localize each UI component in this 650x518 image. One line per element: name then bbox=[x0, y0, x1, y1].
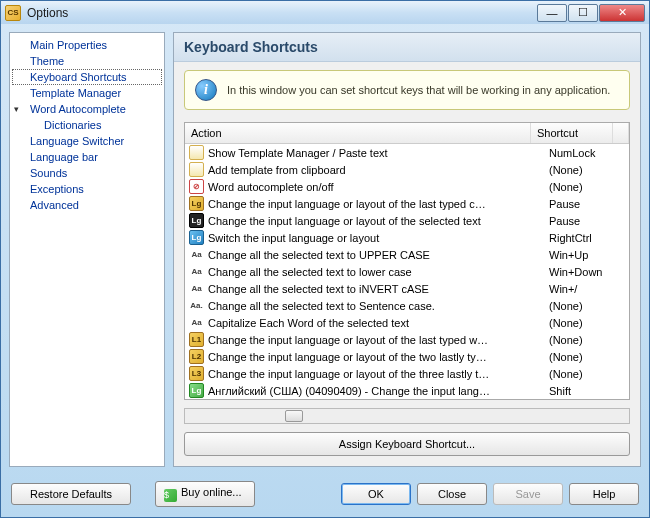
sidebar-item-label: Advanced bbox=[30, 199, 79, 211]
sidebar-item-language-switcher[interactable]: Language Switcher bbox=[12, 133, 162, 149]
ok-button[interactable]: OK bbox=[341, 483, 411, 505]
help-button[interactable]: Help bbox=[569, 483, 639, 505]
row-icon: Aa bbox=[189, 264, 204, 279]
buy-icon: $ bbox=[164, 489, 177, 502]
action-text: Show Template Manager / Paste text bbox=[208, 147, 549, 159]
close-button[interactable]: Close bbox=[417, 483, 487, 505]
info-message: In this window you can set shortcut keys… bbox=[227, 84, 610, 96]
sidebar-item-label: Exceptions bbox=[30, 183, 84, 195]
table-row[interactable]: LgАнглийский (США) (04090409) - Change t… bbox=[185, 382, 629, 399]
table-row[interactable]: L3Change the input language or layout of… bbox=[185, 365, 629, 382]
options-window: CS Options — ☐ ✕ Main PropertiesThemeKey… bbox=[0, 0, 650, 518]
table-row[interactable]: Show Template Manager / Paste textNumLoc… bbox=[185, 144, 629, 161]
table-row[interactable]: L2Change the input language or layout of… bbox=[185, 348, 629, 365]
table-header: Action Shortcut bbox=[185, 123, 629, 144]
sidebar-item-label: Main Properties bbox=[30, 39, 107, 51]
footer: Restore Defaults $Buy online... OK Close… bbox=[1, 475, 649, 517]
row-icon: Lg bbox=[189, 196, 204, 211]
close-window-button[interactable]: ✕ bbox=[599, 4, 645, 22]
shortcut-text: NumLock bbox=[549, 147, 625, 159]
table-row[interactable]: AaCapitalize Each Word of the selected t… bbox=[185, 314, 629, 331]
minimize-button[interactable]: — bbox=[537, 4, 567, 22]
row-icon: Aa bbox=[189, 281, 204, 296]
shortcut-text: RightCtrl bbox=[549, 232, 625, 244]
action-text: Английский (США) (04090409) - Change the… bbox=[208, 385, 549, 397]
shortcut-text: Pause bbox=[549, 198, 625, 210]
sidebar-item-label: Language bar bbox=[30, 151, 98, 163]
sidebar-item-language-bar[interactable]: Language bar bbox=[12, 149, 162, 165]
action-text: Change the input language or layout of t… bbox=[208, 215, 549, 227]
shortcut-text: Win+Up bbox=[549, 249, 625, 261]
table-row[interactable]: LgSwitch the input language or layoutRig… bbox=[185, 229, 629, 246]
action-text: Change all the selected text to lower ca… bbox=[208, 266, 549, 278]
row-icon: L1 bbox=[189, 332, 204, 347]
row-icon: ⊘ bbox=[189, 179, 204, 194]
row-icon: L2 bbox=[189, 349, 204, 364]
window-title: Options bbox=[27, 6, 68, 20]
maximize-button[interactable]: ☐ bbox=[568, 4, 598, 22]
action-text: Change all the selected text to UPPER CA… bbox=[208, 249, 549, 261]
buy-online-button[interactable]: $Buy online... bbox=[155, 481, 255, 507]
table-row[interactable]: LgChange the input language or layout of… bbox=[185, 195, 629, 212]
table-body[interactable]: Show Template Manager / Paste textNumLoc… bbox=[185, 144, 629, 399]
expander-icon[interactable]: ▾ bbox=[14, 104, 24, 114]
shortcut-text: (None) bbox=[549, 164, 625, 176]
shortcut-text: Win+/ bbox=[549, 283, 625, 295]
action-text: Change the input language or layout of t… bbox=[208, 368, 549, 380]
column-action[interactable]: Action bbox=[185, 123, 531, 143]
action-text: Add template from clipboard bbox=[208, 164, 549, 176]
shortcut-text: (None) bbox=[549, 334, 625, 346]
row-icon: Aa bbox=[189, 247, 204, 262]
restore-defaults-button[interactable]: Restore Defaults bbox=[11, 483, 131, 505]
row-icon: Lg bbox=[189, 230, 204, 245]
app-icon: CS bbox=[5, 5, 21, 21]
row-icon: Lg bbox=[189, 213, 204, 228]
table-row[interactable]: AaChange all the selected text to iNVERT… bbox=[185, 280, 629, 297]
sidebar-item-theme[interactable]: Theme bbox=[12, 53, 162, 69]
row-icon: Aa. bbox=[189, 298, 204, 313]
shortcut-text: (None) bbox=[549, 368, 625, 380]
shortcut-text: (None) bbox=[549, 300, 625, 312]
buy-online-label: Buy online... bbox=[181, 486, 242, 498]
sidebar-item-word-autocomplete[interactable]: ▾Word Autocomplete bbox=[12, 101, 162, 117]
shortcut-text: Win+Down bbox=[549, 266, 625, 278]
sidebar-item-template-manager[interactable]: Template Manager bbox=[12, 85, 162, 101]
shortcut-text: Shift bbox=[549, 385, 625, 397]
sidebar-item-sounds[interactable]: Sounds bbox=[12, 165, 162, 181]
sidebar-item-dictionaries[interactable]: Dictionaries bbox=[12, 117, 162, 133]
shortcut-text: Pause bbox=[549, 215, 625, 227]
table-row[interactable]: AaChange all the selected text to UPPER … bbox=[185, 246, 629, 263]
page-title: Keyboard Shortcuts bbox=[174, 33, 640, 62]
table-row[interactable]: L1Change the input language or layout of… bbox=[185, 331, 629, 348]
main-panel: Keyboard Shortcuts i In this window you … bbox=[173, 32, 641, 467]
table-row[interactable]: LgChange the input language or layout of… bbox=[185, 212, 629, 229]
sidebar-item-label: Word Autocomplete bbox=[30, 103, 126, 115]
info-box: i In this window you can set shortcut ke… bbox=[184, 70, 630, 110]
info-icon: i bbox=[195, 79, 217, 101]
save-button: Save bbox=[493, 483, 563, 505]
sidebar-item-main-properties[interactable]: Main Properties bbox=[12, 37, 162, 53]
horizontal-scrollbar[interactable] bbox=[184, 408, 630, 424]
action-text: Change the input language or layout of t… bbox=[208, 351, 549, 363]
sidebar-item-label: Template Manager bbox=[30, 87, 121, 99]
table-row[interactable]: Aa.Change all the selected text to Sente… bbox=[185, 297, 629, 314]
row-icon bbox=[189, 162, 204, 177]
sidebar-item-label: Language Switcher bbox=[30, 135, 124, 147]
sidebar-item-advanced[interactable]: Advanced bbox=[12, 197, 162, 213]
sidebar-item-keyboard-shortcuts[interactable]: Keyboard Shortcuts bbox=[12, 69, 162, 85]
table-row[interactable]: AaChange all the selected text to lower … bbox=[185, 263, 629, 280]
shortcut-table: Action Shortcut Show Template Manager / … bbox=[184, 122, 630, 400]
row-icon: L3 bbox=[189, 366, 204, 381]
action-text: Change all the selected text to iNVERT c… bbox=[208, 283, 549, 295]
sidebar-item-exceptions[interactable]: Exceptions bbox=[12, 181, 162, 197]
table-row[interactable]: ⊘Word autocomplete on/off(None) bbox=[185, 178, 629, 195]
sidebar-item-label: Sounds bbox=[30, 167, 67, 179]
content-area: Main PropertiesThemeKeyboard ShortcutsTe… bbox=[1, 24, 649, 475]
action-text: Change the input language or layout of t… bbox=[208, 334, 549, 346]
assign-shortcut-button[interactable]: Assign Keyboard Shortcut... bbox=[184, 432, 630, 456]
sidebar-item-label: Dictionaries bbox=[44, 119, 101, 131]
action-text: Word autocomplete on/off bbox=[208, 181, 549, 193]
scrollbar-thumb[interactable] bbox=[285, 410, 303, 422]
column-shortcut[interactable]: Shortcut bbox=[531, 123, 613, 143]
table-row[interactable]: Add template from clipboard(None) bbox=[185, 161, 629, 178]
